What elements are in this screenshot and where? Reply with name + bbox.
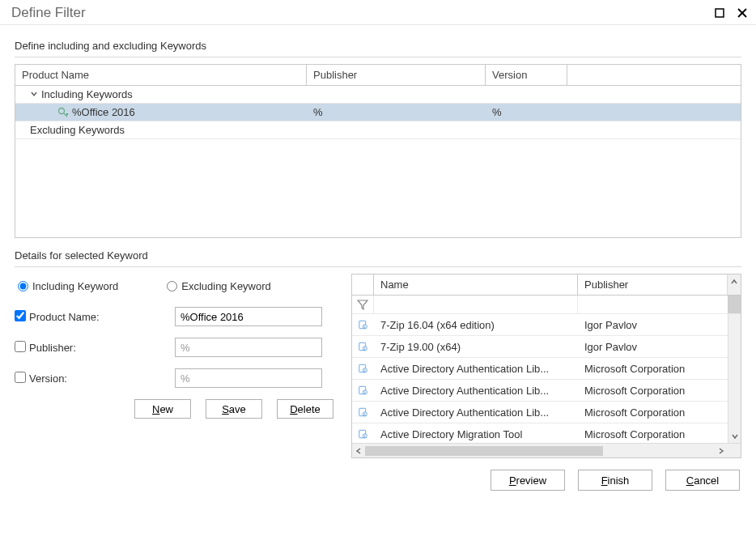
divider [15, 57, 741, 57]
divider [15, 266, 741, 267]
preview-button[interactable]: Preview [491, 470, 565, 491]
version-label: Version: [29, 372, 175, 385]
finish-button[interactable]: Finish [578, 470, 652, 491]
excluding-radio-input[interactable] [167, 281, 177, 291]
results-filter-row [352, 296, 741, 314]
scroll-thumb-top[interactable] [728, 296, 741, 313]
version-row: Version: [15, 368, 337, 388]
app-icon [352, 406, 374, 418]
funnel-icon [357, 299, 368, 310]
results-header: Name Publisher [352, 274, 741, 296]
scroll-right-button[interactable] [715, 447, 728, 455]
header-extra [567, 65, 741, 85]
delete-button[interactable]: Delete [277, 399, 333, 419]
app-icon [352, 341, 374, 352]
result-name: Active Directory Migration Tool [374, 428, 578, 440]
header-version[interactable]: Version [486, 65, 567, 85]
list-item[interactable]: Active Directory Authentication Lib...Mi… [352, 358, 728, 380]
result-name: Active Directory Authentication Lib... [374, 363, 578, 375]
header-product-name[interactable]: Product Name [15, 65, 307, 85]
publisher-label: Publisher: [29, 342, 175, 354]
product-name-row: Product Name: [15, 307, 337, 326]
list-item[interactable]: 7-Zip 16.04 (x64 edition)Igor Pavlov [352, 314, 728, 336]
new-button[interactable]: New [134, 399, 191, 419]
horizontal-scrollbar[interactable] [352, 443, 741, 457]
svg-point-3 [59, 108, 65, 113]
hscroll-thumb[interactable] [365, 446, 603, 456]
keyword-name: %Office 2016 [72, 106, 135, 118]
keyword-publisher: % [307, 104, 486, 121]
results-header-icon [352, 274, 374, 295]
close-button[interactable] [737, 7, 748, 19]
including-radio-label: Including Keyword [32, 280, 118, 292]
list-item[interactable]: 7-Zip 19.00 (x64)Igor Pavlov [352, 336, 728, 358]
excluding-radio-label: Excluding Keyword [181, 280, 271, 292]
details-form: Including Keyword Excluding Keyword Prod… [15, 274, 337, 458]
close-icon [737, 8, 747, 18]
product-name-label: Product Name: [29, 311, 175, 323]
keywords-grid-body: Including Keywords %Office 2016 % % Excl… [15, 86, 741, 237]
svg-marker-7 [358, 300, 367, 309]
window-title: Define Filter [11, 5, 86, 21]
app-icon [352, 385, 374, 396]
publisher-checkbox[interactable] [15, 341, 26, 352]
result-name: 7-Zip 19.00 (x64) [374, 341, 578, 353]
result-publisher: Igor Pavlov [578, 341, 728, 353]
scroll-up-button[interactable] [727, 274, 741, 295]
result-publisher: Microsoft Corporation [578, 385, 728, 397]
content: Define including and excluding Keywords … [0, 25, 756, 500]
list-item[interactable]: Active Directory Migration ToolMicrosoft… [352, 423, 728, 443]
app-icon [352, 428, 374, 440]
scroll-left-button[interactable] [352, 447, 365, 455]
titlebar: Define Filter [0, 0, 756, 25]
keyword-version: % [486, 104, 567, 121]
product-name-input[interactable] [175, 307, 322, 326]
details-label: Details for selected Keyword [15, 249, 741, 262]
maximize-icon [715, 8, 724, 18]
footer-buttons: Preview Finish Cancel [15, 470, 741, 491]
keyword-row[interactable]: %Office 2016 % % [15, 104, 741, 121]
results-header-publisher[interactable]: Publisher [578, 274, 727, 295]
maximize-button[interactable] [714, 7, 725, 19]
result-publisher: Microsoft Corporation [578, 428, 728, 440]
window-controls [714, 7, 748, 19]
filter-icon-cell[interactable] [352, 296, 374, 313]
result-publisher: Microsoft Corporation [578, 406, 728, 419]
list-item[interactable]: Active Directory Authentication Lib...Mi… [352, 380, 728, 402]
cancel-button[interactable]: Cancel [665, 470, 740, 491]
excluding-keywords-group[interactable]: Excluding Keywords [15, 121, 741, 139]
keyword-icon [57, 107, 69, 118]
header-publisher[interactable]: Publisher [307, 65, 486, 85]
result-name: 7-Zip 16.04 (x64 edition) [374, 319, 578, 331]
save-button[interactable]: Save [206, 399, 262, 419]
results-body: 7-Zip 16.04 (x64 edition)Igor Pavlov7-Zi… [352, 314, 741, 443]
filter-publisher-cell[interactable] [578, 296, 728, 313]
excluding-group-label: Excluding Keywords [30, 124, 125, 136]
including-group-label: Including Keywords [41, 88, 133, 100]
details-section: Details for selected Keyword Including K… [15, 249, 741, 458]
app-icon [352, 319, 374, 330]
including-keywords-group[interactable]: Including Keywords [15, 86, 741, 104]
svg-rect-0 [716, 9, 724, 17]
product-name-checkbox[interactable] [15, 310, 26, 321]
version-checkbox[interactable] [15, 372, 26, 383]
results-panel: Name Publisher [351, 274, 741, 458]
result-publisher: Igor Pavlov [578, 319, 728, 331]
list-item[interactable]: Active Directory Authentication Lib...Mi… [352, 402, 728, 423]
result-name: Active Directory Authentication Lib... [374, 406, 578, 419]
excluding-radio[interactable]: Excluding Keyword [167, 280, 271, 292]
publisher-input[interactable] [175, 338, 322, 357]
top-section-label: Define including and excluding Keywords [15, 40, 741, 52]
vertical-scrollbar[interactable] [728, 314, 741, 443]
including-radio-input[interactable] [18, 281, 28, 291]
results-header-name[interactable]: Name [374, 274, 578, 295]
scroll-down-button[interactable] [728, 430, 741, 443]
version-input[interactable] [175, 368, 322, 388]
chevron-down-icon[interactable] [30, 88, 38, 100]
including-radio[interactable]: Including Keyword [18, 280, 118, 292]
result-publisher: Microsoft Corporation [578, 363, 728, 375]
result-name: Active Directory Authentication Lib... [374, 385, 578, 397]
app-icon [352, 363, 374, 374]
keywords-grid: Product Name Publisher Version Including… [15, 64, 741, 238]
filter-name-cell[interactable] [374, 296, 578, 313]
